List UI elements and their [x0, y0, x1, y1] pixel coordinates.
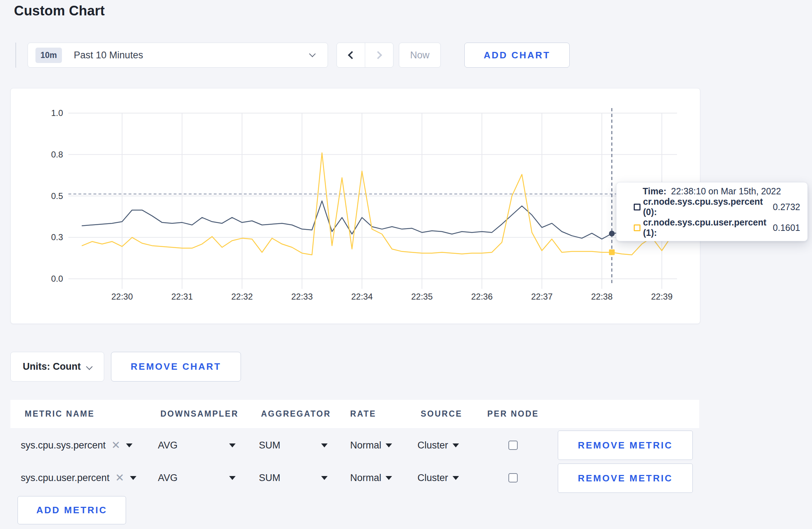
header-downsampler: DOWNSAMPLER: [160, 400, 238, 428]
chart-panel: 0.00.30.50.81.022:3022:3122:3222:3322:34…: [10, 88, 700, 324]
metric-name-value: sys.cpu.user.percent: [21, 472, 110, 484]
hover-point-marker: [609, 249, 615, 255]
clear-metric-icon[interactable]: ✕: [111, 440, 120, 451]
downsampler-select[interactable]: AVG: [158, 463, 240, 493]
y-tick-label: 0.3: [51, 232, 63, 242]
chevron-down-icon: [309, 50, 315, 57]
source-value: Cluster: [417, 440, 448, 451]
tooltip-series-label: cr.node.sys.cpu.user.percent (1):: [643, 217, 768, 238]
x-tick-label: 22:32: [231, 292, 253, 301]
tooltip-time-row: Time: 22:38:10 on Mar 15th, 2022: [624, 186, 800, 196]
x-tick-label: 22:37: [531, 292, 552, 301]
remove-chart-button[interactable]: REMOVE CHART: [111, 352, 241, 382]
now-button[interactable]: Now: [399, 43, 441, 68]
source-select[interactable]: Cluster: [417, 430, 459, 460]
y-tick-label: 0.8: [51, 150, 63, 159]
dropdown-arrow-icon: [453, 443, 459, 447]
x-tick-label: 22:31: [171, 292, 193, 301]
tooltip-series-value: 0.1601: [773, 223, 800, 233]
next-range-button[interactable]: [365, 43, 393, 67]
metric-name-select[interactable]: sys.cpu.sys.percent ✕: [21, 430, 132, 460]
y-tick-label: 0.5: [51, 191, 63, 201]
dropdown-arrow-icon: [130, 476, 136, 480]
rate-select[interactable]: Normal: [350, 463, 392, 493]
rate-select[interactable]: Normal: [350, 430, 392, 460]
series-color-swatch: [634, 224, 641, 231]
downsampler-select[interactable]: AVG: [158, 430, 240, 460]
chart-hover-tooltip: Time: 22:38:10 on Mar 15th, 2022 cr.node…: [616, 182, 808, 241]
x-tick-label: 22:36: [471, 292, 493, 301]
dropdown-arrow-icon: [229, 476, 236, 480]
aggregator-select[interactable]: SUM: [259, 430, 330, 460]
series-color-swatch: [634, 204, 641, 210]
aggregator-value: SUM: [259, 472, 280, 484]
dropdown-arrow-icon: [386, 476, 392, 480]
units-select[interactable]: Units: Count: [10, 352, 104, 382]
series-line-cr.node.sys.cpu.sys.percent: [82, 201, 672, 239]
aggregator-value: SUM: [259, 440, 280, 451]
y-tick-label: 0.0: [51, 274, 63, 283]
downsampler-value: AVG: [158, 440, 178, 451]
tooltip-series-label: cr.node.sys.cpu.sys.percent (0):: [643, 196, 768, 217]
page-title: Custom Chart: [14, 3, 105, 19]
timeseries-chart[interactable]: 0.00.30.50.81.022:3022:3122:3222:3322:34…: [11, 88, 700, 324]
x-tick-label: 22:34: [351, 292, 373, 301]
dropdown-arrow-icon: [453, 476, 459, 480]
x-tick-label: 22:39: [651, 292, 672, 301]
dropdown-arrow-icon: [386, 443, 392, 447]
per-node-checkbox[interactable]: [508, 473, 518, 482]
x-tick-label: 22:33: [291, 292, 313, 301]
metric-name-value: sys.cpu.sys.percent: [21, 440, 106, 451]
previous-range-button[interactable]: [337, 43, 365, 67]
hover-point-marker: [609, 231, 615, 237]
add-chart-button[interactable]: ADD CHART: [464, 43, 570, 68]
header-aggregator: AGGREGATOR: [261, 400, 331, 428]
time-range-select[interactable]: 10m Past 10 Minutes: [28, 43, 328, 68]
header-metric-name: METRIC NAME: [25, 400, 95, 428]
table-row: sys.cpu.user.percent ✕ AVG SUM Normal Cl…: [10, 463, 699, 493]
source-select[interactable]: Cluster: [417, 463, 459, 493]
y-tick-label: 1.0: [51, 108, 63, 118]
chevron-down-icon: [86, 363, 93, 370]
rate-value: Normal: [350, 440, 381, 451]
units-label: Units: Count: [23, 361, 81, 372]
dropdown-arrow-icon: [321, 443, 328, 447]
per-node-checkbox[interactable]: [508, 441, 518, 450]
remove-metric-button[interactable]: REMOVE METRIC: [558, 431, 693, 460]
header-per-node: PER NODE: [487, 400, 539, 428]
clear-metric-icon[interactable]: ✕: [115, 472, 124, 483]
time-range-stepper: [337, 43, 393, 68]
add-metric-button[interactable]: ADD METRIC: [18, 496, 126, 524]
series-line-cr.node.sys.cpu.user.percent: [82, 153, 672, 255]
metrics-table-header: METRIC NAME DOWNSAMPLER AGGREGATOR RATE …: [10, 400, 699, 428]
x-tick-label: 22:35: [411, 292, 432, 301]
table-row: sys.cpu.sys.percent ✕ AVG SUM Normal Clu…: [10, 430, 699, 460]
downsampler-value: AVG: [158, 472, 178, 484]
x-tick-label: 22:38: [591, 292, 613, 301]
tooltip-series-row: cr.node.sys.cpu.user.percent (1): 0.1601: [624, 217, 800, 238]
dropdown-arrow-icon: [321, 476, 328, 480]
time-window-label: Past 10 Minutes: [74, 50, 143, 61]
remove-metric-button[interactable]: REMOVE METRIC: [558, 464, 693, 493]
chevron-left-icon: [348, 51, 356, 59]
dropdown-arrow-icon: [229, 443, 236, 447]
dropdown-arrow-icon: [126, 443, 132, 447]
header-source: SOURCE: [421, 400, 462, 428]
metric-name-select[interactable]: sys.cpu.user.percent ✕: [21, 463, 136, 493]
header-rate: RATE: [350, 400, 376, 428]
aggregator-select[interactable]: SUM: [259, 463, 330, 493]
time-window-badge: 10m: [35, 48, 62, 63]
tooltip-time-label: Time:: [643, 186, 666, 196]
tooltip-series-row: cr.node.sys.cpu.sys.percent (0): 0.2732: [624, 196, 800, 217]
source-value: Cluster: [417, 472, 448, 484]
tooltip-series-value: 0.2732: [773, 202, 800, 212]
chevron-right-icon: [374, 51, 382, 59]
tooltip-time-value: 22:38:10 on Mar 15th, 2022: [671, 186, 781, 196]
toolbar-divider: [15, 43, 16, 68]
rate-value: Normal: [350, 472, 381, 484]
x-tick-label: 22:30: [111, 292, 133, 301]
